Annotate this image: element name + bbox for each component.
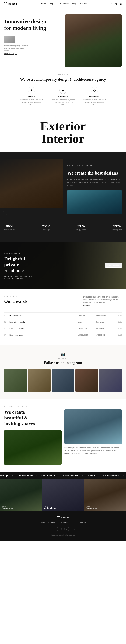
stat-growth-num: 79% [112, 224, 122, 228]
nav-icons: ☺ ⊘ ☰ [111, 2, 122, 5]
ticker-content: Design • Construction • Real Estate • Ar… [0, 474, 126, 477]
who-we-are-section: WHO WE ARE We're a contemporary design &… [0, 67, 126, 113]
pinterest-icon[interactable]: p [72, 526, 77, 532]
footer-link-home[interactable]: Home [40, 522, 45, 524]
featured-left: We create beautiful & inviting spaces [4, 409, 61, 465]
awards-right: Duis unt aplicato Nemo amtt lorem unipla… [83, 296, 122, 307]
construction-name: Construction [57, 95, 69, 98]
stats-row: 86% Completion rate 2512 Coffee cups 93%… [0, 220, 126, 235]
featured-description: Pellentesq elit. Ut aliquam tempor incid… [65, 444, 122, 457]
stat-clients-label: Happy clients [77, 229, 86, 231]
best-designs-sub-image [67, 190, 122, 214]
featured-grid: We create beautiful & inviting spaces Pe… [4, 409, 122, 465]
ticker-sep-2: • [36, 474, 37, 477]
architecture-banner: ARCHITECTURE Delightful private residenc… [0, 242, 126, 289]
menu-icon[interactable]: ☰ [119, 2, 122, 5]
portfolio-cat-3: Furniture [86, 505, 97, 507]
ticker-sep-5: • [99, 474, 100, 477]
service-engineering: ◇ Engineering Consectetur adipiscing eli… [82, 87, 107, 106]
instagram-grid [4, 369, 122, 392]
awards-section: OUR HONOR Our awards Duis unt aplicato N… [0, 289, 126, 345]
who-we-are-label: WHO WE ARE [4, 74, 122, 76]
awards-label: OUR HONOR [4, 296, 27, 297]
arrow-icon: → [15, 53, 17, 54]
logo[interactable]: Horizon [4, 2, 17, 5]
footer-link-portfolio[interactable]: Our Portfolio [59, 522, 69, 524]
user-icon[interactable]: ☺ [111, 2, 113, 5]
best-designs-desc: Lorem ipsum dolor sit amet consectetur a… [67, 178, 122, 186]
creative-label: CREATIVE APPROACH [67, 164, 122, 167]
footer-link-about[interactable]: About us [48, 522, 55, 524]
portfolio-title-2: Modern home [44, 507, 56, 509]
hero-image-container [65, 14, 122, 67]
exterior-interior-section: Exterior Interior [0, 113, 126, 152]
insta-item-4[interactable] [76, 369, 98, 392]
hero-small-image [4, 36, 15, 43]
stat-coffee-label: Coffee cups [42, 229, 50, 231]
arch-label: ARCHITECTURE [4, 252, 32, 255]
nav-pages[interactable]: Pages [49, 2, 55, 5]
award-row-3: 03 Best architecture New Vision Market L… [4, 325, 122, 332]
hero-description: Consectetur adipiscing elit, sed do eius… [4, 45, 29, 52]
hero-main-image [65, 14, 122, 67]
nav-blog[interactable]: Blog [72, 2, 76, 5]
stat-growth: 79% Yearly growth [112, 224, 122, 231]
nav-contacts[interactable]: Contacts [79, 2, 87, 5]
best-designs-heading: We create the best designs [67, 170, 122, 176]
footer-copyright: © 2024 Horizon. All rights reserved. [4, 534, 122, 536]
insta-item-3[interactable] [52, 369, 74, 392]
stat-completion-label: Completion rate [4, 229, 15, 231]
insta-item-2[interactable] [28, 369, 51, 392]
engineering-name: Engineering [89, 95, 100, 98]
featured-heading: We create beautiful & inviting spaces [4, 409, 39, 427]
ticker-item-3: Real Estate [41, 474, 55, 477]
insta-item-5[interactable] [99, 369, 122, 392]
insta-item-1[interactable] [4, 369, 27, 392]
footer-link-contacts[interactable]: Contacts [79, 522, 86, 524]
portfolio-item-2[interactable]: Interior Modern home [42, 480, 84, 511]
portfolio-title-1: Fine spaces [2, 507, 13, 509]
award-row-4: 04 Best renovation Construction Live Pro… [4, 332, 122, 338]
best-designs-main-image [0, 159, 63, 208]
ticker-sep-1: • [12, 474, 13, 477]
arch-heading: Delightful private residence [4, 256, 39, 274]
footer-links: Home About us Our Portfolio Blog Contact… [4, 522, 122, 524]
portfolio-link[interactable]: Portfolio → [83, 305, 92, 307]
nav-home[interactable]: Home [41, 2, 46, 5]
featured-right: Pellentesq elit. Ut aliquam tempor incid… [65, 409, 122, 465]
logo-icon [4, 2, 7, 5]
nav-links: Home Pages Our Portfolio Blog Contacts [41, 2, 87, 5]
awards-heading: Our awards [4, 299, 27, 304]
construction-desc: Consectetur adipiscing elit, sed do eius… [51, 99, 75, 106]
ticker-item-repeat: Design [86, 474, 95, 477]
stat-coffee-num: 2512 [42, 224, 50, 228]
footer-logo: Horizon [4, 516, 122, 519]
portfolio-item-1[interactable]: Exterior Fine spaces [0, 480, 42, 511]
facebook-icon[interactable]: f [49, 526, 54, 532]
design-name: Design [28, 95, 35, 98]
services-grid: ✦ Design Consectetur adipiscing elit, se… [4, 87, 122, 106]
instagram-heading: Follow us on instagram [4, 360, 122, 365]
portfolio-cat-2: Interior [44, 505, 56, 507]
ticker-item-4: Architecture [63, 474, 79, 477]
portfolio-overlay-2: Interior Modern home [44, 505, 56, 509]
footer-link-blog[interactable]: Blog [72, 522, 76, 524]
portfolio-item-3[interactable]: Furniture Fine spaces [84, 480, 126, 511]
nav-portfolio[interactable]: Our Portfolio [58, 2, 69, 5]
instagram-social-icon[interactable]: in [64, 526, 69, 532]
design-desc: Consectetur adipiscing elit, sed do eius… [19, 99, 44, 106]
awards-description: Duis unt aplicato Nemo amtt lorem unipla… [83, 296, 122, 304]
arch-content: ARCHITECTURE Delightful private residenc… [4, 250, 39, 280]
twitter-icon[interactable]: t [57, 526, 62, 532]
award-row-2: 02 Best interior design Design Real Esta… [4, 319, 122, 325]
scroll-arrow[interactable]: ↓ [3, 211, 7, 215]
engineering-desc: Consectetur adipiscing elit, sed do eius… [82, 99, 107, 106]
hero-cta-button[interactable]: Discover More → [4, 53, 61, 54]
search-icon[interactable]: ⊘ [115, 2, 117, 5]
arch-view-button[interactable]: View the Project [105, 263, 122, 268]
portfolio-cat-1: Exterior [2, 505, 13, 507]
portfolio-overlay-1: Exterior Fine spaces [2, 505, 13, 509]
best-designs-section: ↓ CREATIVE APPROACH We create the best d… [0, 152, 126, 242]
hero-content: Innovative design — for modern living Co… [4, 14, 61, 67]
ticker-sep-4: • [82, 474, 83, 477]
